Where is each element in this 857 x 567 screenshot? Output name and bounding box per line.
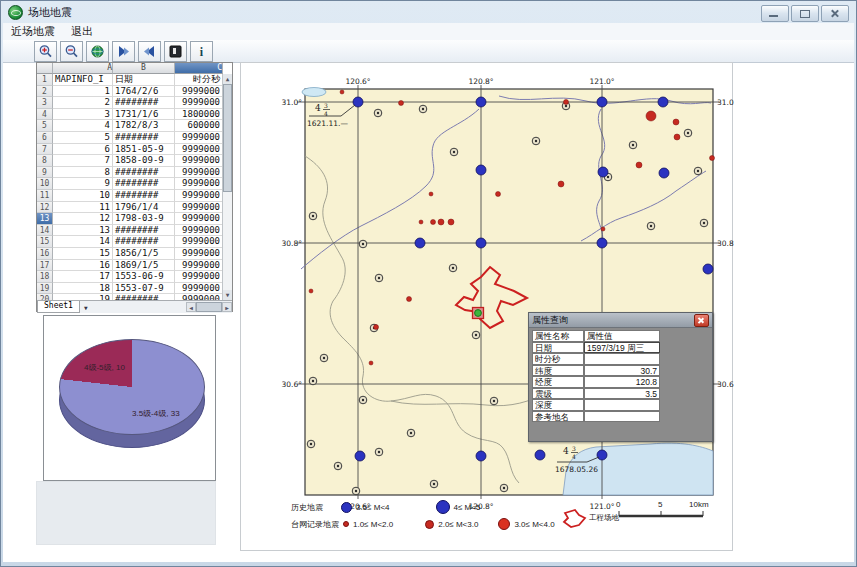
- attribute-query-dialog[interactable]: 属性查询 属性名称属性值日期1597/3/19 周三时分秒纬度30.7经度120…: [528, 312, 713, 442]
- h-scrollbar-thumb[interactable]: [196, 302, 222, 312]
- station-quake-marker[interactable]: [307, 440, 315, 448]
- magnitude-pie-chart[interactable]: [59, 339, 205, 435]
- station-quake-marker[interactable]: [700, 219, 708, 227]
- table-cell[interactable]: 9999000: [175, 178, 223, 190]
- table-cell[interactable]: 1731/1/6: [113, 109, 175, 121]
- table-cell[interactable]: 9999000: [175, 260, 223, 272]
- network-quake-marker[interactable]: [407, 297, 412, 302]
- table-cell[interactable]: 9999000: [175, 248, 223, 260]
- row-header[interactable]: 1: [37, 74, 53, 86]
- table-cell[interactable]: 9999000: [175, 190, 223, 202]
- station-quake-marker[interactable]: [449, 264, 457, 272]
- title-bar[interactable]: 场地地震: [1, 1, 856, 23]
- table-cell[interactable]: 9999000: [175, 225, 223, 237]
- table-cell[interactable]: 1764/2/6: [113, 86, 175, 98]
- table-cell[interactable]: 10: [53, 190, 113, 202]
- station-quake-marker[interactable]: [352, 487, 360, 495]
- network-quake-marker[interactable]: [601, 227, 605, 231]
- station-quake-marker[interactable]: [694, 167, 702, 175]
- table-cell[interactable]: 9999000: [175, 167, 223, 179]
- table-cell[interactable]: 9999000: [175, 86, 223, 98]
- dialog-title-bar[interactable]: 属性查询: [529, 313, 712, 328]
- network-quake-marker[interactable]: [636, 162, 642, 168]
- table-cell[interactable]: 9999000: [175, 283, 223, 295]
- station-quake-marker[interactable]: [320, 354, 328, 362]
- network-quake-marker[interactable]: [674, 134, 680, 140]
- scroll-right-icon[interactable]: ▶: [222, 302, 232, 312]
- network-quake-marker[interactable]: [448, 219, 454, 225]
- row-header[interactable]: 11: [37, 190, 53, 202]
- table-cell[interactable]: 1798-03-9: [113, 213, 175, 225]
- table-cell[interactable]: 19: [53, 294, 113, 300]
- historical-quake-marker[interactable]: [659, 168, 669, 178]
- historical-quake-marker[interactable]: [476, 97, 486, 107]
- station-quake-marker[interactable]: [407, 429, 415, 437]
- network-quake-marker[interactable]: [309, 289, 313, 293]
- historical-quake-marker[interactable]: [597, 97, 607, 107]
- station-quake-marker[interactable]: [374, 109, 382, 117]
- network-quake-marker[interactable]: [369, 361, 373, 365]
- station-quake-marker[interactable]: [375, 274, 383, 282]
- historical-quake-marker[interactable]: [476, 238, 486, 248]
- table-cell[interactable]: ########: [113, 236, 175, 248]
- table-cell[interactable]: 9999000: [175, 202, 223, 214]
- scrollbar-thumb[interactable]: [223, 84, 232, 192]
- row-header[interactable]: 14: [37, 225, 53, 237]
- table-cell[interactable]: MAPINFO_I: [53, 74, 113, 86]
- historical-quake-marker[interactable]: [476, 451, 486, 461]
- table-cell[interactable]: 1782/8/3: [113, 120, 175, 132]
- pan-right-button[interactable]: [112, 41, 135, 62]
- sheet-corner-cell[interactable]: [37, 63, 53, 74]
- row-header[interactable]: 12: [37, 202, 53, 214]
- table-cell[interactable]: ########: [113, 132, 175, 144]
- historical-quake-marker[interactable]: [535, 450, 545, 460]
- historical-quake-marker[interactable]: [658, 97, 668, 107]
- table-cell[interactable]: 1869/1/5: [113, 260, 175, 272]
- attribute-value[interactable]: 120.8: [584, 376, 660, 388]
- network-quake-marker[interactable]: [419, 220, 423, 224]
- station-quake-marker[interactable]: [419, 105, 427, 113]
- table-cell[interactable]: 9999000: [175, 294, 223, 300]
- zoom-in-button[interactable]: [34, 41, 57, 62]
- network-quake-marker[interactable]: [496, 192, 501, 197]
- historical-quake-marker[interactable]: [703, 264, 713, 274]
- table-cell[interactable]: ########: [113, 294, 175, 300]
- table-cell[interactable]: 1856/1/5: [113, 248, 175, 260]
- table-cell[interactable]: 9999000: [175, 155, 223, 167]
- table-cell[interactable]: 5: [53, 132, 113, 144]
- info-button[interactable]: i: [190, 41, 213, 62]
- network-quake-marker[interactable]: [429, 192, 433, 196]
- network-quake-marker[interactable]: [438, 219, 444, 225]
- row-header[interactable]: 7: [37, 144, 53, 156]
- attribute-value[interactable]: 30.7: [584, 365, 660, 377]
- table-cell[interactable]: 1858-09-9: [113, 155, 175, 167]
- table-cell[interactable]: ########: [113, 190, 175, 202]
- table-cell[interactable]: 9999000: [175, 271, 223, 283]
- station-quake-marker[interactable]: [472, 331, 480, 339]
- row-header[interactable]: 16: [37, 248, 53, 260]
- historical-quake-marker[interactable]: [415, 238, 425, 248]
- scroll-up-icon[interactable]: ▲: [223, 74, 232, 84]
- network-quake-marker[interactable]: [564, 100, 569, 105]
- attribute-value[interactable]: 1597/3/19 周三: [584, 342, 660, 354]
- sheet-vertical-scrollbar[interactable]: ▲ ▼: [222, 74, 232, 300]
- pan-left-button[interactable]: [138, 41, 161, 62]
- table-cell[interactable]: 18: [53, 283, 113, 295]
- table-cell[interactable]: 2: [53, 97, 113, 109]
- table-cell[interactable]: ########: [113, 178, 175, 190]
- menu-exit[interactable]: 退出: [63, 23, 101, 40]
- table-cell[interactable]: 9999000: [175, 97, 223, 109]
- attribute-value[interactable]: [584, 353, 660, 365]
- row-header[interactable]: 6: [37, 132, 53, 144]
- network-quake-marker[interactable]: [710, 156, 715, 161]
- table-cell[interactable]: 16: [53, 260, 113, 272]
- attribute-value[interactable]: [584, 399, 660, 411]
- label-tool-button[interactable]: [164, 41, 187, 62]
- table-cell[interactable]: 9999000: [175, 144, 223, 156]
- station-quake-marker[interactable]: [450, 148, 458, 156]
- table-cell[interactable]: 3: [53, 109, 113, 121]
- attribute-value[interactable]: [584, 411, 660, 423]
- table-cell[interactable]: 1553-07-9: [113, 283, 175, 295]
- station-quake-marker[interactable]: [629, 141, 637, 149]
- tab-dropdown-icon[interactable]: ▼: [80, 304, 92, 311]
